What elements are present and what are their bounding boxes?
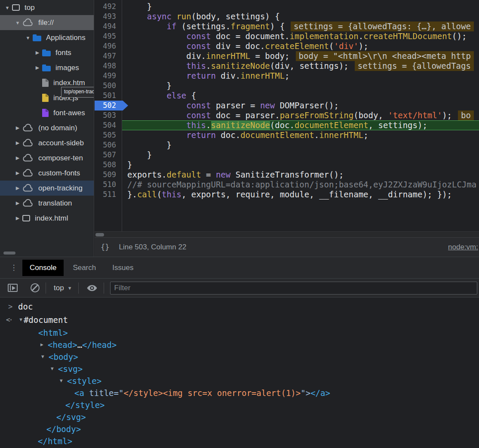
clear-console-icon[interactable] xyxy=(31,283,40,292)
line-number[interactable]: 497 xyxy=(95,51,122,61)
inline-eval-badge: bo xyxy=(458,110,474,120)
sidebar-item-index-html[interactable]: ▶index.html xyxy=(0,211,94,226)
drawer-menu-icon[interactable]: ⋮ xyxy=(9,264,18,271)
sidebar-item-label: index.html xyxy=(35,214,68,223)
attribute-value: </style><img src=x onerror=alert(1)> xyxy=(123,387,301,399)
triangle-collapsed-icon[interactable]: ▶ xyxy=(13,125,22,131)
line-number[interactable]: 500 xyxy=(95,81,122,91)
triangle-collapsed-icon[interactable]: ▶ xyxy=(33,50,42,55)
sidebar-item-label: fonts xyxy=(55,49,71,57)
line-number[interactable]: 498 xyxy=(95,61,122,71)
line-number[interactable]: 496 xyxy=(95,41,122,51)
sources-file-tree: ▼top▼file://▼Applications▶fonts▶imagesin… xyxy=(0,0,94,257)
code-line-510: 510//# sourceMappingURL=data:application… xyxy=(95,180,479,190)
dom-tree-row[interactable]: ▼<svg> xyxy=(0,363,479,375)
sidebar-item-label: composer-ten xyxy=(38,154,83,163)
line-number[interactable]: 505 xyxy=(95,130,122,140)
pretty-print-icon[interactable]: {} xyxy=(101,243,109,252)
dom-tree-row[interactable]: ▼<style> xyxy=(0,375,479,387)
line-number[interactable]: 504 xyxy=(95,120,122,130)
line-number[interactable]: 509 xyxy=(95,170,122,180)
line-number[interactable]: 503 xyxy=(95,110,122,120)
triangle-collapsed-icon[interactable]: ▶ xyxy=(33,65,42,71)
cloud-icon xyxy=(22,124,34,132)
html-tag: <head> xyxy=(48,339,77,351)
line-number[interactable]: 492 xyxy=(95,2,122,12)
show-console-sidebar-icon[interactable] xyxy=(8,284,18,292)
console-result-row[interactable]: <· ▼ #document xyxy=(0,313,479,327)
line-number[interactable]: 494 xyxy=(95,21,122,31)
cloud-icon xyxy=(22,18,34,27)
toolbar-divider xyxy=(46,282,46,294)
dom-tree-row[interactable]: </svg> xyxy=(0,411,479,423)
tab-console[interactable]: Console xyxy=(22,260,64,276)
code-text: const div = doc.createElement('div'); xyxy=(122,41,479,51)
line-number[interactable]: 507 xyxy=(95,150,122,160)
chevron-down-icon[interactable]: ▼ xyxy=(68,285,72,291)
dom-tree-row[interactable]: ▼<body> xyxy=(0,351,479,363)
dom-tree-row[interactable]: </body> xyxy=(0,423,479,435)
line-number[interactable]: 511 xyxy=(95,190,122,199)
sidebar-item-no-domain[interactable]: ▶(no domain) xyxy=(0,120,94,135)
tab-search[interactable]: Search xyxy=(65,260,103,276)
triangle-collapsed-icon[interactable]: ▶ xyxy=(13,185,22,191)
dom-tree-row[interactable]: ▶<head>…</head> xyxy=(0,339,479,351)
sidebar-item-custom-fonts[interactable]: ▶custom-fonts xyxy=(0,166,94,181)
dom-tree-row[interactable]: </html> xyxy=(0,435,479,447)
triangle-expanded-icon[interactable]: ▼ xyxy=(23,35,33,40)
code-line-494: 494 if (settings.fragment) {settings = {… xyxy=(95,21,479,31)
line-number[interactable]: 495 xyxy=(95,31,122,41)
live-expression-eye-icon[interactable] xyxy=(86,284,98,292)
line-number[interactable]: 508 xyxy=(95,160,122,170)
triangle-collapsed-icon[interactable]: ▶ xyxy=(13,155,22,161)
triangle-expanded-icon[interactable]: ▼ xyxy=(41,351,49,363)
editor-scrollbar-thumb[interactable] xyxy=(95,233,104,236)
line-number[interactable]: 502 xyxy=(95,101,122,110)
triangle-collapsed-icon[interactable]: ▶ xyxy=(13,170,22,176)
code-text: } xyxy=(122,150,479,160)
cloud-icon xyxy=(22,199,34,207)
sidebar-item-composer-ten[interactable]: ▶composer-ten xyxy=(0,150,94,166)
line-number[interactable]: 510 xyxy=(95,180,122,190)
sidebar-item-label: file:// xyxy=(38,18,54,27)
sidebar-item-open-tracking[interactable]: ▶open-tracking xyxy=(0,181,94,196)
sidebar-item-account-sideb[interactable]: ▶account-sideb xyxy=(0,135,94,150)
dom-tree-row[interactable]: <a title="</style><img src=x onerror=ale… xyxy=(0,387,479,399)
dom-tree-row[interactable]: <html> xyxy=(0,327,479,339)
editor-horizontal-scrollbar[interactable] xyxy=(95,231,479,237)
folder-icon xyxy=(42,51,51,56)
triangle-expanded-icon[interactable]: ▼ xyxy=(13,20,22,25)
html-tag: </a> xyxy=(310,387,330,399)
line-number[interactable]: 499 xyxy=(95,71,122,81)
console-input-echo[interactable]: > doc xyxy=(0,300,479,313)
sidebar-item-top[interactable]: ▼top xyxy=(0,0,94,15)
triangle-collapsed-icon[interactable]: ▶ xyxy=(40,339,48,351)
line-number[interactable]: 493 xyxy=(95,12,122,21)
triangle-collapsed-icon[interactable]: ▶ xyxy=(13,200,22,206)
execution-context-selector[interactable]: top xyxy=(54,284,64,292)
dom-tree-row[interactable]: </style> xyxy=(0,399,479,411)
triangle-collapsed-icon[interactable]: ▶ xyxy=(13,215,22,221)
console-filter-input[interactable] xyxy=(110,282,477,295)
file-icon xyxy=(42,94,49,102)
tab-issues[interactable]: Issues xyxy=(105,260,141,276)
triangle-expanded-icon[interactable]: ▼ xyxy=(51,363,58,375)
triangle-expanded-icon[interactable]: ▼ xyxy=(3,5,12,10)
source-location-link[interactable]: node:vm: xyxy=(448,243,478,252)
expand-triangle-icon[interactable]: ▼ xyxy=(19,313,22,327)
triangle-expanded-icon[interactable]: ▼ xyxy=(60,375,67,387)
drawer-tab-bar: ⋮ Console Search Issues xyxy=(0,257,479,279)
sidebar-item-file[interactable]: ▼file:// xyxy=(0,15,94,30)
document-root-label: #document xyxy=(24,313,68,327)
dom-tree: <html>▶<head>…</head>▼<body>▼<svg>▼<styl… xyxy=(0,327,479,447)
sidebar-horizontal-scrollbar-thumb[interactable] xyxy=(3,252,15,255)
sidebar-item-font-awes[interactable]: font-awes xyxy=(0,105,94,120)
sidebar-item-translation[interactable]: ▶translation xyxy=(0,196,94,211)
frame-icon xyxy=(22,215,30,221)
line-number[interactable]: 501 xyxy=(95,91,122,101)
sidebar-item-applications[interactable]: ▼Applications xyxy=(0,30,94,45)
line-number[interactable]: 506 xyxy=(95,140,122,150)
triangle-collapsed-icon[interactable]: ▶ xyxy=(13,140,22,146)
sidebar-item-images[interactable]: ▶images xyxy=(0,60,94,75)
sidebar-item-fonts[interactable]: ▶fonts xyxy=(0,45,94,60)
